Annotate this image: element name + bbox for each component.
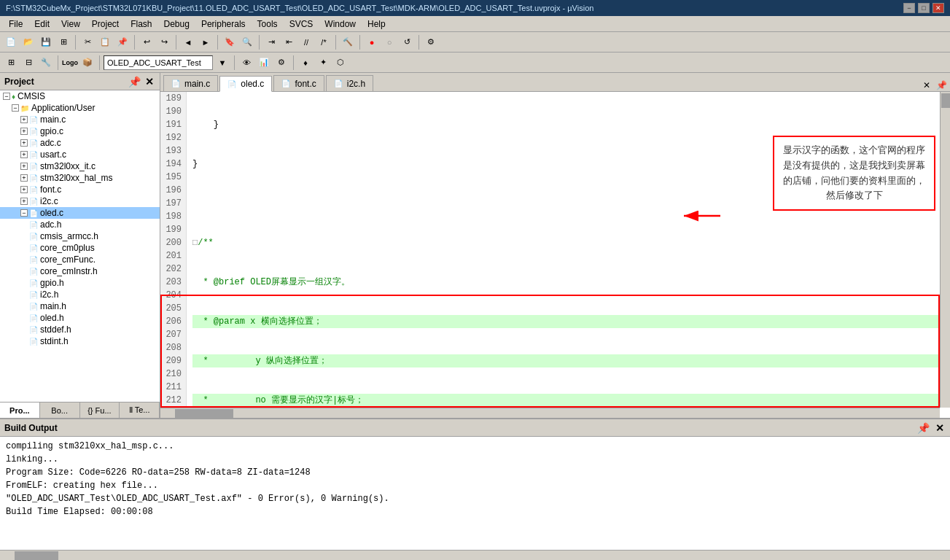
bookmark-btn[interactable]: 🔖 [222,34,238,50]
panel-tab-books[interactable]: Bo... [40,402,80,418]
i2cc-expand[interactable]: + [20,198,28,205]
h-scroll-thumb[interactable] [175,409,233,418]
menu-edit[interactable]: Edit [28,18,55,31]
stm32it-expand[interactable]: + [20,163,28,170]
tree-item-i2c-c[interactable]: + 📄 i2c.c [0,195,160,207]
logo-btn[interactable]: Logo [62,55,78,71]
project-pin-btn[interactable]: 📌 [127,74,142,89]
menu-svcs[interactable]: SVCS [284,18,319,31]
asmview-btn[interactable]: ♦ [297,55,314,71]
editor-pin-btn[interactable]: 📌 [935,79,947,91]
save-btn[interactable]: 💾 [38,34,54,50]
debug-stop-btn[interactable]: ○ [381,34,397,50]
menu-help[interactable]: Help [362,18,392,31]
build-h-scrollbar[interactable] [0,550,950,560]
tree-item-main-c[interactable]: + 📄 main.c [0,114,160,125]
editor-tab-oledc[interactable]: 📄 oled.c [219,76,272,92]
tree-item-stm32hal[interactable]: + 📄 stm32l0xx_hal_ms [0,172,160,184]
target-input[interactable] [104,55,213,70]
debug-start-btn[interactable]: ● [364,34,380,50]
menu-window[interactable]: Window [319,18,362,31]
config-btn[interactable]: 🔧 [38,55,54,71]
panel-tab-templates[interactable]: Ⅱ Te... [120,402,160,418]
menu-peripherals[interactable]: Peripherals [195,18,252,31]
nav-fwd-btn[interactable]: ► [198,34,214,50]
tree-item-stm32it[interactable]: + 📄 stm32l0xx_it.c [0,160,160,172]
editor-panel-close-btn[interactable]: ✕ [921,79,933,91]
menu-flash[interactable]: Flash [125,18,157,31]
paste-btn[interactable]: 📌 [114,34,131,50]
usartc-expand[interactable]: + [20,151,28,158]
tree-item-appuser[interactable]: − 📁 Application/User [0,102,160,114]
hex-btn[interactable]: ⬡ [332,55,349,71]
search-btn[interactable]: 🔍 [239,34,255,50]
adcc-expand[interactable]: + [20,139,28,147]
fontc-expand[interactable]: + [20,186,28,193]
build-scroll-thumb[interactable] [15,551,58,560]
tree-item-core-instr[interactable]: 📄 core_cmInstr.h [0,265,160,277]
minimize-button[interactable]: − [903,3,915,13]
tree-item-font-c[interactable]: + 📄 font.c [0,184,160,195]
tree-item-usart-c[interactable]: + 📄 usart.c [0,149,160,160]
code-editor[interactable]: 189 190 191 192 193 194 195 196 197 198 … [160,92,950,418]
tree-item-gpio-h[interactable]: 📄 gpio.h [0,277,160,289]
editor-tab-i2ch[interactable]: 📄 i2c.h [326,75,373,91]
menu-debug[interactable]: Debug [158,18,195,31]
tree-item-cmsis[interactable]: − ♦ CMSIS [0,90,160,102]
h-scrollbar[interactable] [160,408,940,418]
manage-btn[interactable]: ⊟ [20,55,36,71]
nav-back-btn[interactable]: ◄ [180,34,196,50]
open-btn[interactable]: 📂 [20,34,36,50]
panel-tab-project[interactable]: Pro... [0,402,40,418]
cmsis-expand[interactable]: − [3,93,10,100]
uncomment-btn[interactable]: /* [316,34,332,50]
settings-btn[interactable]: ⚙ [423,34,439,50]
gpioc-expand[interactable]: + [20,128,28,135]
target-btn[interactable]: ⊞ [3,55,19,71]
menu-view[interactable]: View [55,18,86,31]
editor-tab-fontc[interactable]: 📄 font.c [273,75,324,91]
tree-item-oled-c[interactable]: − 📄 oled.c [0,207,160,219]
view-btn1[interactable]: 👁 [238,55,254,71]
menu-file[interactable]: File [3,18,28,31]
panel-tab-functions[interactable]: {} Fu... [80,402,120,418]
build-pin-btn[interactable]: 📌 [916,421,931,435]
tree-item-stdint-h[interactable]: 📄 stdint.h [0,335,160,347]
oledc-expand[interactable]: − [20,209,28,217]
copy-btn[interactable]: 📋 [97,34,113,50]
editor-tab-mainc[interactable]: 📄 main.c [163,75,218,91]
menu-project[interactable]: Project [86,18,125,31]
comment-btn[interactable]: // [298,34,314,50]
project-close-btn[interactable]: ✕ [144,74,155,89]
save-all-btn[interactable]: ⊞ [55,34,71,50]
tree-item-i2c-h[interactable]: 📄 i2c.h [0,289,160,300]
pack-btn[interactable]: 📦 [79,55,96,71]
mainc-expand[interactable]: + [20,116,28,123]
v-scroll-thumb[interactable] [941,93,950,108]
dbg-extra-btn[interactable]: ✦ [315,55,331,71]
tree-item-oled-h[interactable]: 📄 oled.h [0,312,160,324]
tree-item-main-h[interactable]: 📄 main.h [0,300,160,312]
maximize-button[interactable]: □ [918,3,930,13]
build-close-btn[interactable]: ✕ [934,421,946,435]
v-scrollbar[interactable] [940,92,950,408]
menu-tools[interactable]: Tools [252,18,284,31]
appuser-expand[interactable]: − [12,104,19,112]
redo-btn[interactable]: ↪ [156,34,172,50]
tree-item-adc-h[interactable]: 📄 adc.h [0,219,160,230]
target-config-btn[interactable]: ⚙ [273,55,289,71]
view-btn2[interactable]: 📊 [256,55,272,71]
tree-item-adc-c[interactable]: + 📄 adc.c [0,137,160,149]
tree-item-gpio-c[interactable]: + 📄 gpio.c [0,125,160,137]
close-button[interactable]: ✕ [933,3,944,13]
tree-item-core-func[interactable]: 📄 core_cmFunc. [0,254,160,265]
cut-btn[interactable]: ✂ [79,34,96,50]
reset-btn[interactable]: ↺ [399,34,415,50]
target-dropdown-btn[interactable]: ▼ [214,55,230,71]
stm32hal-expand[interactable]: + [20,174,28,182]
tree-item-cmsis-h[interactable]: 📄 cmsis_armcc.h [0,230,160,242]
tree-item-core-cm0[interactable]: 📄 core_cm0plus [0,242,160,254]
undo-btn[interactable]: ↩ [139,34,155,50]
new-file-btn[interactable]: 📄 [3,34,19,50]
indent-btn[interactable]: ⇥ [263,34,279,50]
